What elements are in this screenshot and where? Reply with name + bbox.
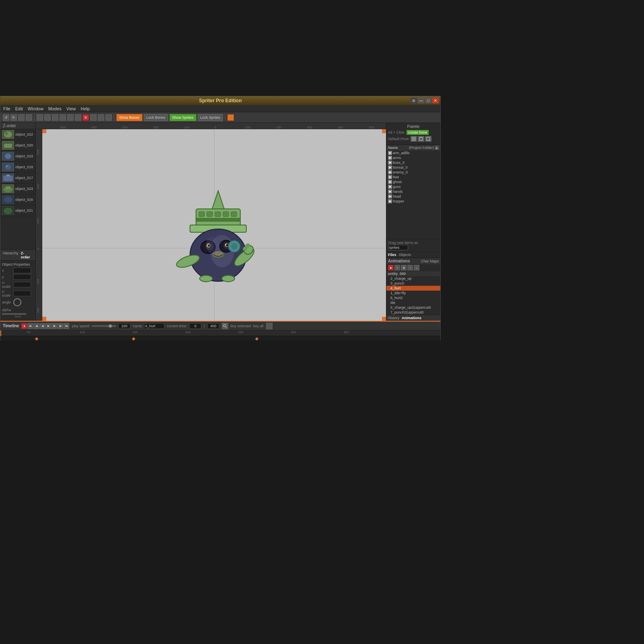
key-extra-btn[interactable] xyxy=(266,323,272,329)
hierarchy-tab[interactable]: Hierarchy xyxy=(3,251,19,259)
anim-item-active[interactable]: 4_hurt xyxy=(386,286,440,291)
file-item[interactable]: ▶ bonsai_0 xyxy=(386,165,440,170)
list-item[interactable]: object_022 xyxy=(0,129,35,140)
file-item[interactable]: ▶ enemy_0 xyxy=(386,170,440,175)
anim-copy-btn[interactable]: ⊕ xyxy=(401,265,407,270)
svg-line-52 xyxy=(225,326,227,328)
y-input[interactable] xyxy=(13,274,31,280)
file-item[interactable]: ▶ feet xyxy=(386,175,440,180)
play-speed-input[interactable] xyxy=(118,323,130,329)
animation-name-input[interactable] xyxy=(144,323,164,329)
end-time-input[interactable] xyxy=(207,323,219,329)
file-item[interactable]: ▶ hands xyxy=(386,189,440,194)
list-item[interactable]: object_020 xyxy=(0,140,35,151)
char-maps-btn[interactable]: Char Maps xyxy=(421,259,439,263)
drawing-canvas[interactable] xyxy=(42,129,386,321)
toolbar-tool9[interactable]: ✕ xyxy=(83,114,89,121)
anim-item[interactable]: 3_punch xyxy=(386,281,440,286)
toolbar-tool5[interactable] xyxy=(52,114,58,121)
toolbar-undo[interactable]: ↺ xyxy=(3,114,9,121)
toolbar-tool8[interactable] xyxy=(75,114,81,121)
files-tab[interactable]: Files xyxy=(388,253,396,257)
anim-item[interactable]: die xyxy=(386,300,440,305)
play-rewind-start[interactable]: ⏮ xyxy=(27,323,33,329)
file-item[interactable]: ▶ arms xyxy=(386,155,440,160)
menu-file[interactable]: File xyxy=(2,106,12,111)
anim-add-btn[interactable]: + xyxy=(394,265,400,270)
list-item[interactable]: object_019 xyxy=(0,151,35,162)
toolbar-tool6[interactable] xyxy=(60,114,66,121)
toolbar-redo[interactable]: ↻ xyxy=(10,114,17,121)
play-button[interactable]: ▶ xyxy=(45,323,51,329)
file-item[interactable]: ▶ arm_adillo xyxy=(386,151,440,155)
show-bones-button[interactable]: Show Bones xyxy=(116,114,142,121)
play-prev[interactable]: ◀ xyxy=(39,323,45,329)
xscale-input[interactable] xyxy=(13,282,31,287)
play-speed-track[interactable] xyxy=(92,325,116,327)
anim-item[interactable]: 5_charge_up2(uppercut0 xyxy=(386,305,440,310)
list-item[interactable]: object_023 xyxy=(0,184,35,194)
anim-item[interactable]: 2_charge_up xyxy=(386,276,440,281)
list-item[interactable]: object_018 xyxy=(0,162,35,173)
anim-record-btn[interactable]: ● xyxy=(388,265,394,270)
toolbar-tool10[interactable] xyxy=(90,114,97,121)
play-prev-key[interactable]: ◀ xyxy=(33,323,39,329)
window-icon[interactable]: ⊞ xyxy=(411,98,417,103)
lock-sprites-button[interactable]: Lock Sprites xyxy=(198,114,223,121)
file-item[interactable]: ▶ head xyxy=(386,194,440,199)
toolbar-tool4[interactable] xyxy=(44,114,51,121)
file-item[interactable]: ▶ hopper xyxy=(386,199,440,204)
toolbar-tool12[interactable] xyxy=(105,114,112,121)
pivot-btn-3[interactable] xyxy=(425,136,431,142)
play-record-btn[interactable]: ● xyxy=(21,323,27,329)
anim-save-btn[interactable]: ↓ xyxy=(414,265,419,270)
list-item[interactable]: object_016 xyxy=(0,194,35,205)
toolbar-tool1[interactable] xyxy=(18,114,25,121)
files-scroll-up[interactable]: ▲ xyxy=(435,146,439,150)
file-item[interactable]: ▶ boss_0 xyxy=(386,160,440,165)
menu-help[interactable]: Help xyxy=(80,106,91,111)
toolbar-tool11[interactable] xyxy=(98,114,104,121)
toolbar-orange-icon[interactable] xyxy=(227,114,234,121)
toolbar-tool7[interactable] xyxy=(67,114,74,121)
menu-bar: File Edit Window Modes View Help xyxy=(0,105,440,112)
maximize-button[interactable]: □ xyxy=(425,98,431,103)
history-tab[interactable]: History xyxy=(388,316,399,320)
anim-item[interactable]: 1_idle+fly xyxy=(386,291,440,295)
minimize-button[interactable]: — xyxy=(418,98,424,103)
play-end[interactable]: ⏭ xyxy=(64,323,69,329)
yscale-input[interactable] xyxy=(13,291,31,296)
pivot-btn-2[interactable] xyxy=(418,136,424,142)
pivot-btn-1[interactable] xyxy=(411,136,417,142)
anim-del-btn[interactable]: − xyxy=(407,265,413,270)
z-order-tab[interactable]: Z-order xyxy=(21,251,33,259)
list-item[interactable]: object_017 xyxy=(0,173,35,184)
x-input[interactable] xyxy=(13,268,31,273)
toolbar-tool3[interactable] xyxy=(37,114,43,121)
animations-tab[interactable]: Animations xyxy=(402,316,421,320)
list-item[interactable]: object_021 xyxy=(0,205,35,216)
close-button[interactable]: ✕ xyxy=(432,98,439,103)
menu-edit[interactable]: Edit xyxy=(14,106,24,111)
angle-circle[interactable] xyxy=(13,298,21,306)
menu-window[interactable]: Window xyxy=(27,106,45,111)
toolbar-tool2[interactable] xyxy=(26,114,32,121)
lock-bones-button[interactable]: Lock Bones xyxy=(144,114,168,121)
window-controls: ⊞ — □ ✕ xyxy=(411,98,439,103)
key-selected-btn[interactable]: key selected xyxy=(231,324,251,328)
anim-item[interactable]: 6_hurt2 xyxy=(386,295,440,300)
key-icon[interactable] xyxy=(222,323,228,329)
menu-modes[interactable]: Modes xyxy=(47,106,63,111)
show-sprites-button[interactable]: Show Sprites xyxy=(169,114,196,121)
objects-tab[interactable]: Objects xyxy=(399,253,411,257)
play-next[interactable]: ▶ xyxy=(52,323,57,329)
create-bone-btn[interactable]: create bone xyxy=(407,130,429,135)
key-all-btn[interactable]: key all xyxy=(253,324,264,328)
file-item[interactable]: ▶ ghost xyxy=(386,180,440,184)
menu-view[interactable]: View xyxy=(65,106,77,111)
drag-new-input[interactable] xyxy=(388,245,408,250)
file-item[interactable]: ▶ guns xyxy=(386,184,440,189)
anim-item[interactable]: 7_punch2(uppercut0 xyxy=(386,310,440,315)
current-time-input[interactable] xyxy=(189,323,201,329)
play-next-key[interactable]: ▶ xyxy=(58,323,63,329)
